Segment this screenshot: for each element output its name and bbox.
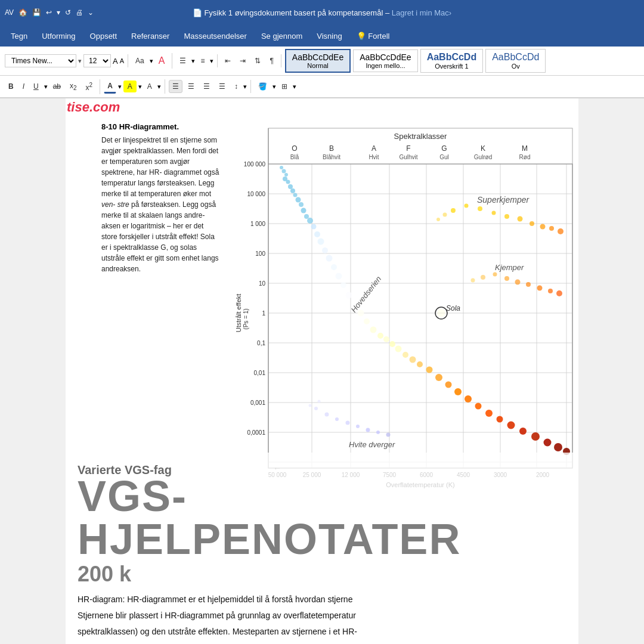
- pilcrow-btn[interactable]: ¶: [266, 54, 277, 67]
- align-left-btn[interactable]: ☰: [169, 80, 182, 93]
- svg-point-70: [395, 346, 402, 352]
- fill-color-btn[interactable]: 🪣: [255, 80, 271, 93]
- style-overskrift1[interactable]: AaBbCcDd Overskrift 1: [420, 49, 484, 73]
- undo-dropdown[interactable]: ▾: [57, 8, 60, 17]
- menu-masseutsendelser[interactable]: Masseutsendelser: [178, 29, 253, 43]
- diagram-title: Spektralklasser: [394, 132, 448, 141]
- align-justify-btn[interactable]: ☰: [215, 80, 229, 93]
- section-heading: 8-10 HR-diagrammet.: [101, 122, 221, 131]
- y-1: 1: [262, 310, 265, 317]
- title-bar-doc-name: Fysikk 1 øvingsdokument basert på kompet…: [204, 8, 383, 17]
- menu-tegn[interactable]: Tegn: [5, 29, 33, 43]
- title-bar-dropdown-arrow[interactable]: ›: [449, 8, 451, 17]
- hr-diagram-svg: Spektralklasser O Blå B Blåhvit A Hvit F…: [233, 122, 578, 492]
- font-color-picker-btn[interactable]: A: [104, 79, 116, 94]
- superscript-btn[interactable]: x2: [82, 79, 97, 94]
- document-page: tise.com 8-10 HR-diagrammet. Det er linj…: [66, 98, 578, 644]
- doc-text-bottom: HR-diagram: HR-diagrammet er et hjelpemi…: [66, 587, 578, 644]
- print-icon[interactable]: 🖨: [76, 8, 83, 17]
- line-spacing-dropdown[interactable]: ▾: [243, 83, 247, 91]
- underline-dropdown[interactable]: ▾: [44, 83, 48, 91]
- svg-point-68: [383, 336, 389, 342]
- home-icon[interactable]: 🏠: [18, 8, 27, 17]
- numbered-list-btn[interactable]: ≡: [197, 54, 208, 67]
- borders-dropdown[interactable]: ▾: [293, 83, 296, 91]
- svg-point-64: [537, 286, 543, 291]
- svg-point-33: [311, 224, 317, 230]
- italic-btn[interactable]: I: [19, 80, 28, 93]
- svg-point-85: [531, 432, 540, 441]
- menu-referanser[interactable]: Referanser: [125, 29, 175, 43]
- list-section: ☰ ▾ ≡ ▾: [176, 54, 218, 67]
- svg-point-73: [417, 361, 423, 367]
- style-normal[interactable]: AaBbCcDdEe Normal: [285, 49, 351, 73]
- align-center-btn[interactable]: ☰: [184, 80, 198, 93]
- font-format-btn[interactable]: Aa: [132, 54, 148, 67]
- svg-point-98: [309, 404, 312, 407]
- font-color-btn[interactable]: A: [155, 53, 169, 69]
- svg-point-95: [376, 431, 380, 434]
- vgs-count: 200 k: [78, 562, 566, 587]
- font-format-dropdown[interactable]: ▾: [150, 57, 153, 65]
- numbered-dropdown[interactable]: ▾: [210, 57, 213, 65]
- align-right-btn[interactable]: ☰: [200, 80, 213, 93]
- text-effect-btn[interactable]: A: [144, 80, 156, 93]
- text-effect-dropdown[interactable]: ▾: [157, 83, 161, 91]
- bold-btn[interactable]: B: [5, 80, 17, 93]
- increase-indent-btn[interactable]: ⇥: [236, 54, 249, 67]
- font-color-dropdown[interactable]: ▾: [118, 83, 122, 91]
- y-100: 100: [255, 250, 265, 257]
- menu-utforming[interactable]: Utforming: [36, 29, 81, 43]
- decrease-indent-btn[interactable]: ⇤: [221, 54, 234, 67]
- line-spacing-btn[interactable]: ↕: [231, 80, 242, 93]
- subscript-btn[interactable]: x2: [66, 79, 80, 94]
- font-size-up[interactable]: A: [113, 57, 118, 66]
- title-bar-saved-status[interactable]: Lagret i min Mac: [392, 8, 449, 17]
- bullet-dropdown[interactable]: ▾: [191, 57, 195, 65]
- format-section: Aa ▾ A: [132, 53, 172, 69]
- strikethrough-btn[interactable]: ab: [49, 80, 64, 93]
- svg-point-71: [402, 352, 408, 358]
- borders-btn[interactable]: ⊞: [278, 80, 291, 93]
- svg-point-65: [548, 289, 553, 293]
- sort-btn[interactable]: ⇅: [251, 54, 264, 67]
- svg-point-25: [288, 184, 293, 189]
- svg-point-21: [282, 169, 286, 174]
- menu-oppsett[interactable]: Oppsett: [84, 29, 123, 43]
- color-K: Gulrød: [474, 154, 493, 160]
- style-overskrift2[interactable]: AaBbCcDd Ov: [485, 49, 546, 73]
- save-icon[interactable]: 💾: [32, 8, 41, 17]
- style-presets-section: AaBbCcDdEe Normal AaBbCcDdEe Ingen mello…: [285, 49, 550, 73]
- highlight-btn[interactable]: A: [123, 80, 137, 92]
- svg-point-26: [290, 188, 295, 193]
- font-size-dropdown[interactable]: ▾: [78, 57, 82, 65]
- hr-diagram: Spektralklasser O Blå B Blåhvit A Hvit F…: [233, 122, 543, 494]
- spectral-A: A: [371, 144, 376, 153]
- svg-point-83: [507, 422, 515, 429]
- undo-icon[interactable]: ↩: [46, 8, 52, 17]
- spectral-F: F: [406, 144, 410, 153]
- fill-color-dropdown[interactable]: ▾: [273, 83, 276, 91]
- more-icon[interactable]: ⌄: [88, 8, 94, 17]
- color-A: Hvit: [369, 154, 379, 160]
- svg-point-52: [518, 216, 523, 222]
- menu-visning[interactable]: Visning: [311, 29, 348, 43]
- menu-se-gjennom[interactable]: Se gjennom: [255, 29, 308, 43]
- bullet-list-btn[interactable]: ☰: [176, 54, 190, 67]
- redo-icon[interactable]: ↺: [65, 8, 71, 17]
- svg-point-86: [544, 439, 552, 447]
- underline-btn[interactable]: U: [30, 80, 42, 93]
- font-family-selector[interactable]: Times New...: [5, 54, 76, 67]
- svg-point-78: [454, 388, 462, 395]
- font-size-selector[interactable]: 12: [83, 54, 111, 67]
- spectral-G: G: [441, 144, 447, 153]
- font-size-down[interactable]: A: [120, 57, 124, 64]
- svg-point-56: [558, 228, 564, 234]
- menu-fortell[interactable]: 💡 Fortell: [351, 29, 396, 43]
- spectral-K: K: [481, 144, 485, 153]
- style-ingen[interactable]: AaBbCcDdEe Ingen mello...: [353, 49, 417, 72]
- style-ingen-sample: AaBbCcDdEe: [360, 52, 411, 62]
- highlight-dropdown[interactable]: ▾: [138, 83, 142, 91]
- svg-point-93: [356, 425, 360, 428]
- svg-point-54: [540, 224, 546, 230]
